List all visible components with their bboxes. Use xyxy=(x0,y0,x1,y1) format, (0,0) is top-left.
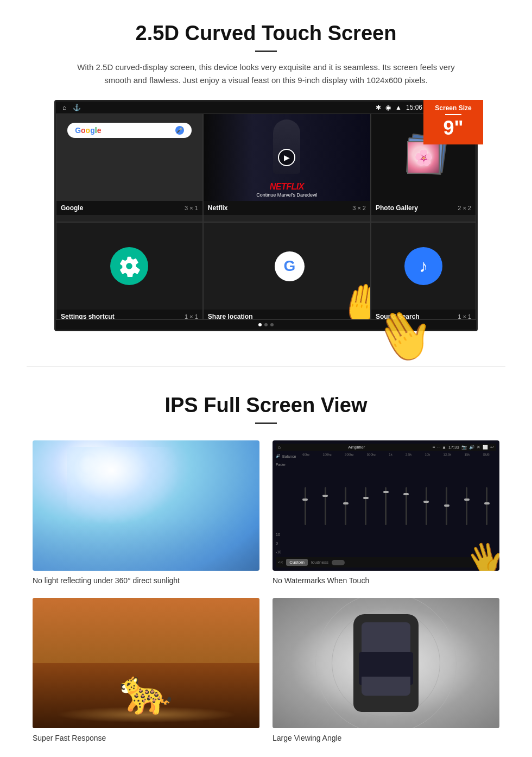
top-app-row: Google 🎤 Google 3 × 1 xyxy=(56,113,476,222)
amp-vol-icon: 🔊 xyxy=(469,445,474,450)
google-search-bar[interactable]: Google 🎤 xyxy=(67,123,191,138)
sunlight-caption: No light reflecting under 360° direct su… xyxy=(33,576,259,585)
sunlight-bg xyxy=(33,440,259,571)
settings-size: 1 × 1 xyxy=(185,313,198,320)
device-wrapper: Screen Size 9" ⌂ ⚓ ✱ ◉ ▲ 15:06 📷 🔊 ✕ xyxy=(54,100,478,331)
amp-home-icon: ⌂ xyxy=(278,445,281,450)
feature-cheetah: 🐆 Super Fast Response xyxy=(33,598,259,742)
amp-cam-icon: 📷 xyxy=(461,445,467,450)
netflix-subtitle: Continue Marvel's Daredevil xyxy=(208,192,366,198)
screen-size-badge: Screen Size 9" xyxy=(423,100,483,144)
section1-desc: With 2.5D curved-display screen, this de… xyxy=(76,61,456,87)
custom-button[interactable]: Custom xyxy=(286,559,308,566)
feature-grid: No light reflecting under 360° direct su… xyxy=(33,440,499,742)
app-cell-sound[interactable]: ♪ Sound Search 1 × 1 xyxy=(371,222,476,320)
feature-sunlight: No light reflecting under 360° direct su… xyxy=(33,440,259,585)
amp-title: Amplifier xyxy=(348,445,365,450)
nav-dot-3[interactable] xyxy=(270,323,274,326)
cheetah-bg: 🐆 xyxy=(33,598,259,728)
amplifier-bg: ⌂ Amplifier ≡ ·· ▲ 17:33 📷 🔊 ✕ ⬜ xyxy=(273,440,499,571)
location-icon: ◉ xyxy=(385,104,391,111)
flower-bg: 🌸 xyxy=(408,142,439,173)
sunlight-image xyxy=(33,440,259,571)
amp-balance-label: 🔊 Balance xyxy=(276,454,295,458)
amp-header: ⌂ Amplifier ≡ ·· ▲ 17:33 📷 🔊 ✕ ⬜ xyxy=(276,444,496,451)
nav-dot-1[interactable] xyxy=(258,323,262,326)
nav-dot-2[interactable] xyxy=(264,323,268,326)
status-bar-left: ⌂ ⚓ xyxy=(62,104,81,111)
amp-slider-5[interactable] xyxy=(377,487,395,525)
netflix-content: ▶ NETFLIX Continue Marvel's Daredevil xyxy=(204,114,370,201)
car-top-view-shape xyxy=(353,614,419,712)
netflix-size: 3 × 2 xyxy=(352,205,366,211)
car-caption: Large Viewing Angle xyxy=(273,734,499,742)
section-divider-1 xyxy=(27,366,505,367)
wifi-icon: ▲ xyxy=(395,104,402,111)
google-logo: Google xyxy=(75,126,101,135)
amp-slider-2[interactable] xyxy=(316,487,334,525)
amp-db-labels: 10 0 -10 xyxy=(276,533,295,554)
hand-pointing-icon: 🤚 xyxy=(336,277,371,320)
app-cell-settings[interactable]: Settings shortcut 1 × 1 xyxy=(56,222,203,320)
car-bg xyxy=(273,598,499,728)
amp-eq-section: 60hz 100hz 200hz 500hz 1k 2.5k 10k 12.5k… xyxy=(296,453,496,555)
amp-freq-labels: 60hz 100hz 200hz 500hz 1k 2.5k 10k 12.5k… xyxy=(296,453,496,456)
music-note-icon: ♪ xyxy=(419,256,428,276)
gear-icon xyxy=(118,255,140,277)
amp-slider-7[interactable] xyxy=(417,487,435,525)
amp-left-labels: 🔊 Balance Fader 10 0 -10 xyxy=(276,453,295,555)
badge-size: 9" xyxy=(443,117,463,139)
section-curved-touch: 2.5D Curved Touch Screen With 2.5D curve… xyxy=(0,0,532,350)
netflix-label-row: Netflix 3 × 2 xyxy=(204,201,370,215)
amp-slider-1[interactable] xyxy=(296,487,314,525)
home-icon[interactable]: ⌂ xyxy=(62,104,66,111)
car-windshield xyxy=(362,622,410,652)
netflix-overlay: NETFLIX Continue Marvel's Daredevil xyxy=(204,179,370,201)
amp-fullscreen-icon: ⬜ xyxy=(483,445,488,450)
photo-flower: 🌸 xyxy=(407,141,440,174)
settings-icon-circle xyxy=(110,247,148,285)
amp-fader-label: Fader xyxy=(276,463,295,466)
app-cell-google[interactable]: Google 🎤 Google 3 × 1 xyxy=(56,113,203,222)
car-rear-window xyxy=(362,677,410,696)
mic-icon[interactable]: 🎤 xyxy=(175,126,184,135)
status-bar: ⌂ ⚓ ✱ ◉ ▲ 15:06 📷 🔊 ✕ ⬜ xyxy=(56,102,476,113)
amp-slider-10[interactable] xyxy=(478,487,496,525)
app-cell-share[interactable]: G 🤚 Share location 1 × 1 xyxy=(203,222,371,320)
amp-vol-mini: 🔊 xyxy=(276,454,281,458)
sound-icon-circle: ♪ xyxy=(404,247,442,285)
sound-inner: ♪ xyxy=(371,223,476,310)
badge-underline xyxy=(445,114,461,115)
section2-title: IPS Full Screen View xyxy=(33,394,499,417)
section-ips: IPS Full Screen View No light reflecting… xyxy=(0,383,532,757)
amplifier-image: ⌂ Amplifier ≡ ·· ▲ 17:33 📷 🔊 ✕ ⬜ xyxy=(273,440,499,571)
title-underline xyxy=(255,51,277,52)
netflix-inner: ▶ NETFLIX Continue Marvel's Daredevil xyxy=(204,114,370,201)
amp-loudness-label: loudness xyxy=(311,560,328,565)
loudness-toggle[interactable] xyxy=(332,560,345,565)
amp-back-icon: ↩ xyxy=(490,445,494,450)
car-image xyxy=(273,598,499,728)
amp-x-icon: ✕ xyxy=(477,445,480,450)
sound-size: 1 × 1 xyxy=(458,313,471,320)
share-label: Share location xyxy=(208,313,253,320)
cheetah-caption: Super Fast Response xyxy=(33,734,259,742)
amp-wifi-icon: ▲ xyxy=(442,445,446,450)
amp-time: 17:33 xyxy=(448,445,459,450)
amp-slider-6[interactable] xyxy=(397,487,415,525)
amp-status-icons: ≡ ·· ▲ 17:33 📷 🔊 ✕ ⬜ ↩ xyxy=(433,445,494,450)
amp-main: 🔊 Balance Fader 10 0 -10 xyxy=(276,453,496,555)
google-inner: Google 🎤 xyxy=(56,114,202,201)
feature-car: Large Viewing Angle xyxy=(273,598,499,742)
share-inner: G 🤚 xyxy=(204,223,370,310)
amp-slider-3[interactable] xyxy=(336,487,354,525)
settings-inner xyxy=(56,223,202,310)
google-label: Google xyxy=(61,204,83,212)
app-cell-netflix[interactable]: ▶ NETFLIX Continue Marvel's Daredevil Ne… xyxy=(203,113,371,222)
gallery-label-row: Photo Gallery 2 × 2 xyxy=(371,201,476,215)
amp-slider-4[interactable] xyxy=(357,487,375,525)
amp-slider-8[interactable] xyxy=(437,487,455,525)
amplifier-caption: No Watermarks When Touch xyxy=(273,576,499,585)
amp-slider-9[interactable] xyxy=(458,487,476,525)
amp-back-btn[interactable]: << xyxy=(278,560,283,565)
